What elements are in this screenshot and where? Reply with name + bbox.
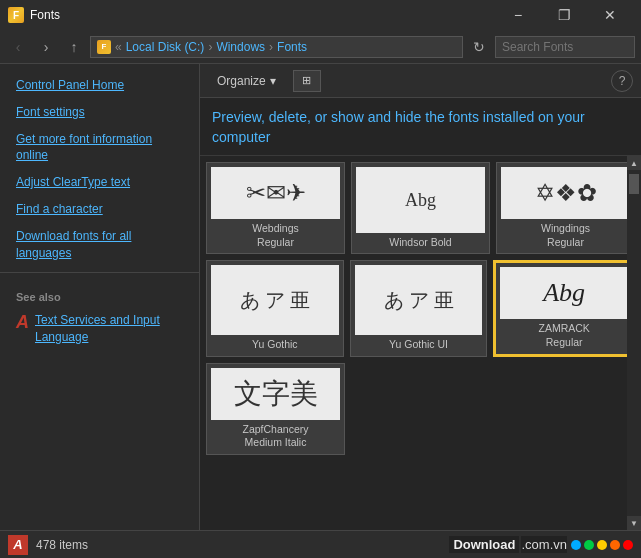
path-sep-1: « [115, 40, 122, 54]
organize-label: Organize [217, 74, 266, 88]
maximize-button[interactable]: ❐ [541, 0, 587, 30]
back-button[interactable]: ‹ [6, 35, 30, 59]
font-thumb-wingdings: ✡❖✿ [501, 167, 630, 219]
font-icon-a: A [16, 312, 29, 334]
sidebar-item-download-fonts[interactable]: Download fonts for all languages [0, 223, 199, 267]
up-button[interactable]: ↑ [62, 35, 86, 59]
font-item-zapfchancery[interactable]: 文字美 ZapfChanceryMedium Italic [206, 363, 345, 455]
path-local-disk[interactable]: Local Disk (C:) [126, 40, 205, 54]
sidebar-item-find-character[interactable]: Find a character [0, 196, 199, 223]
content-toolbar: Organize ▾ ⊞ ? [200, 64, 641, 98]
description-text: Preview, delete, or show and hide the fo… [200, 98, 641, 156]
path-sep-3: › [269, 40, 273, 54]
refresh-button[interactable]: ↻ [467, 35, 491, 59]
font-thumb-windsor: Abg [356, 167, 485, 233]
font-thumb-zapfchancery: 文字美 [211, 368, 340, 420]
title-bar-left: F Fonts [8, 7, 60, 23]
dot-yellow [597, 540, 607, 550]
font-name-zamrack: ZAMRACKRegular [500, 322, 628, 349]
help-button[interactable]: ? [611, 70, 633, 92]
text-services-label[interactable]: Text Services and Input Language [35, 312, 183, 346]
watermark-dot: .com.vn [521, 536, 567, 553]
font-row-2: あ ア 亜 Yu Gothic あ ア 亜 Yu Gothic UI Abg [206, 260, 635, 356]
minimize-button[interactable]: − [495, 0, 541, 30]
font-grid-container: ✂✉✈ WebdingsRegular Abg Windsor Bold ✡❖✿ [200, 156, 641, 530]
organize-chevron-icon: ▾ [270, 74, 276, 88]
font-name-webdings: WebdingsRegular [211, 222, 340, 249]
font-cell-empty-2 [496, 363, 635, 455]
font-name-zapfchancery: ZapfChanceryMedium Italic [211, 423, 340, 450]
window-controls: − ❐ ✕ [495, 0, 633, 30]
sidebar-item-control-panel[interactable]: Control Panel Home [0, 72, 199, 99]
font-cell-empty-1 [351, 363, 490, 455]
app-icon: F [8, 7, 24, 23]
address-bar: ‹ › ↑ F « Local Disk (C:) › Windows › Fo… [0, 30, 641, 64]
font-row-3: 文字美 ZapfChanceryMedium Italic [206, 363, 635, 455]
close-button[interactable]: ✕ [587, 0, 633, 30]
watermark: Download .com.vn [449, 536, 633, 553]
sidebar-item-text-services[interactable]: A Text Services and Input Language [0, 307, 199, 351]
dot-orange [610, 540, 620, 550]
sidebar-divider [0, 272, 199, 273]
font-name-wingdings: WingdingsRegular [501, 222, 630, 249]
path-windows[interactable]: Windows [216, 40, 265, 54]
sidebar-item-font-settings[interactable]: Font settings [0, 99, 199, 126]
forward-button[interactable]: › [34, 35, 58, 59]
sidebar-item-more-info[interactable]: Get more font information online [0, 126, 199, 170]
content-area: Organize ▾ ⊞ ? Preview, delete, or show … [200, 64, 641, 530]
font-name-yu-gothic: Yu Gothic [211, 338, 339, 352]
scroll-up-button[interactable]: ▲ [627, 156, 641, 170]
scroll-track [627, 170, 641, 516]
font-name-windsor: Windsor Bold [356, 236, 485, 250]
font-item-zamrack[interactable]: Abg ZAMRACKRegular [493, 260, 635, 356]
watermark-dots [571, 540, 633, 550]
font-thumb-webdings: ✂✉✈ [211, 167, 340, 219]
path-icon: F [97, 40, 111, 54]
font-item-wingdings[interactable]: ✡❖✿ WingdingsRegular [496, 162, 635, 254]
font-thumb-zamrack: Abg [500, 267, 628, 319]
sidebar: Control Panel Home Font settings Get mor… [0, 64, 200, 530]
path-sep-2: › [208, 40, 212, 54]
font-item-yu-gothic-ui[interactable]: あ ア 亜 Yu Gothic UI [350, 260, 488, 356]
grid-scrollbar: ▲ ▼ [627, 156, 641, 530]
font-item-windsor[interactable]: Abg Windsor Bold [351, 162, 490, 254]
font-item-webdings[interactable]: ✂✉✈ WebdingsRegular [206, 162, 345, 254]
status-count: 478 items [36, 538, 88, 552]
status-bar: A 478 items Download .com.vn [0, 530, 641, 558]
main-layout: Control Panel Home Font settings Get mor… [0, 64, 641, 530]
path-fonts[interactable]: Fonts [277, 40, 307, 54]
organize-button[interactable]: Organize ▾ [208, 70, 285, 92]
sidebar-item-cleartype[interactable]: Adjust ClearType text [0, 169, 199, 196]
title-bar: F Fonts − ❐ ✕ [0, 0, 641, 30]
font-row-1: ✂✉✈ WebdingsRegular Abg Windsor Bold ✡❖✿ [206, 162, 635, 254]
scroll-thumb[interactable] [629, 174, 639, 194]
search-input[interactable] [502, 40, 641, 54]
address-path[interactable]: F « Local Disk (C:) › Windows › Fonts [90, 36, 463, 58]
dot-red [623, 540, 633, 550]
status-font-icon: A [8, 535, 28, 555]
dot-green [584, 540, 594, 550]
see-also-label: See also [0, 279, 199, 307]
dot-blue [571, 540, 581, 550]
watermark-text: Download [449, 536, 519, 553]
view-button[interactable]: ⊞ [293, 70, 321, 92]
font-grid: ✂✉✈ WebdingsRegular Abg Windsor Bold ✡❖✿ [200, 156, 641, 530]
font-thumb-yu-gothic: あ ア 亜 [211, 265, 339, 335]
window-title: Fonts [30, 8, 60, 22]
font-item-yu-gothic[interactable]: あ ア 亜 Yu Gothic [206, 260, 344, 356]
search-box[interactable]: 🔍 [495, 36, 635, 58]
font-name-yu-gothic-ui: Yu Gothic UI [355, 338, 483, 352]
scroll-down-button[interactable]: ▼ [627, 516, 641, 530]
font-thumb-yu-gothic-ui: あ ア 亜 [355, 265, 483, 335]
